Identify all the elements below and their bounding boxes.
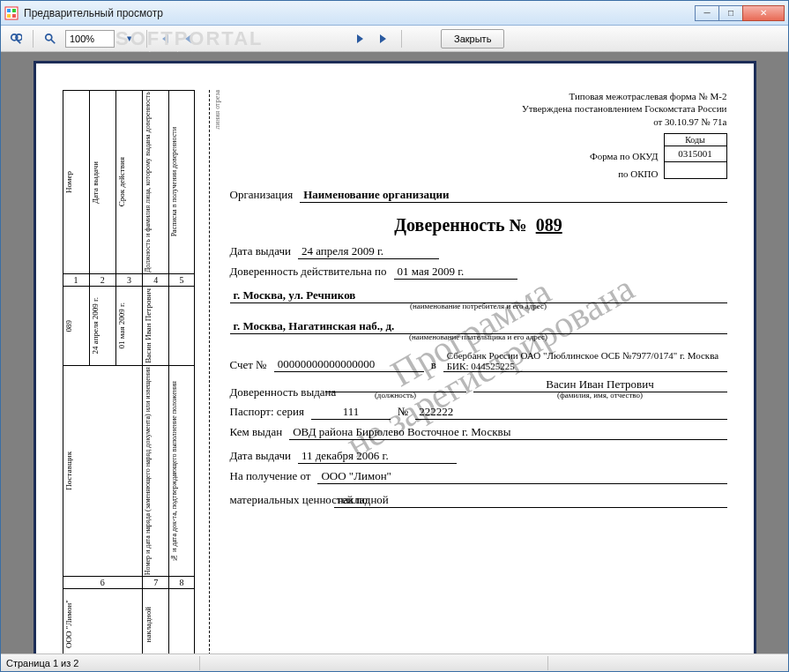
zoom-input[interactable]: 100%: [65, 30, 115, 48]
okpo-value: [665, 162, 726, 178]
receive-from-label: На получение от: [230, 469, 311, 483]
stub-value: ООО "Лимон": [65, 600, 74, 648]
document-page: Программа не зарегистрирована Номер Дата…: [33, 61, 756, 653]
statusbar: Страница 1 из 2: [1, 653, 788, 671]
first-page-button[interactable]: [154, 29, 174, 49]
svg-point-8: [46, 34, 52, 40]
last-page-button[interactable]: [375, 29, 394, 49]
app-icon: [4, 6, 19, 20]
stub-header: Должность и фамилия лица, которому выдан…: [145, 92, 153, 273]
zoom-button[interactable]: [41, 29, 60, 49]
position-note: (должность): [325, 391, 466, 399]
tear-line: линия отреза: [209, 90, 221, 653]
passport-date-label: Дата выдачи: [230, 449, 291, 463]
titlebar: Предварительный просмотр ─ □ ✕: [1, 1, 788, 26]
stub-value: 24 апреля 2009 г.: [92, 297, 100, 355]
stub-colnum: 7: [143, 577, 169, 589]
doc-title: Доверенность № 089: [230, 215, 727, 235]
find-button[interactable]: [6, 29, 26, 49]
passport-date-value: 11 декабря 2006 г.: [298, 449, 457, 464]
stub-header: Расписка в получении доверенности: [171, 127, 179, 236]
issue-date-value: 24 апреля 2009 г.: [298, 244, 439, 259]
passport-series: 111: [311, 405, 391, 420]
window-title: Предварительный просмотр: [24, 7, 696, 19]
title-text: Доверенность №: [394, 215, 526, 235]
okpo-label: по ОКПО: [590, 165, 658, 183]
stub-header: Дата выдачи: [92, 161, 100, 204]
values-doc: накладной: [334, 493, 727, 508]
prev-page-button[interactable]: [179, 29, 198, 49]
valid-until-value: 01 мая 2009 г.: [394, 265, 517, 280]
stub-value: Васин Иван Петрович: [145, 288, 153, 363]
svg-rect-4: [12, 14, 16, 18]
main-section: Типовая межотраслевая форма № М-2 Утверж…: [230, 90, 727, 653]
name-note: (фамилия, имя, отчество): [473, 391, 727, 399]
separator: [146, 30, 147, 48]
okud-label: Форма по ОКУД: [590, 147, 658, 165]
separator: [401, 30, 402, 48]
stub-header: Номер и дата наряда (заменяющего наряд д…: [145, 367, 153, 575]
codes-block: Форма по ОКУД по ОКПО Коды 0315001: [230, 133, 727, 183]
tear-label: линия отреза: [213, 90, 221, 129]
stub-colnum: 5: [169, 274, 194, 287]
payer-note: (наименование плательщика и его адрес): [230, 332, 727, 341]
stub-colnum: 1: [63, 274, 89, 287]
form-header-line: от 30.10.97 № 71а: [230, 116, 727, 128]
okud-value: 0315001: [665, 146, 726, 162]
values-label: материальных ценностей по: [230, 493, 327, 507]
stub-header: Срок действия: [118, 157, 127, 206]
form-header: Типовая межотраслевая форма № М-2 Утверж…: [230, 90, 727, 128]
stub-colnum: 4: [143, 274, 169, 287]
svg-rect-1: [7, 9, 11, 12]
minimize-button[interactable]: ─: [695, 5, 719, 21]
next-page-button[interactable]: [350, 29, 369, 49]
in-label: в: [431, 358, 436, 372]
stub-table: Номер Дата выдачи Срок действия Должност…: [63, 90, 195, 653]
issued-by-value: ОВД района Бирюлево Восточное г. Москвы: [289, 425, 726, 440]
zoom-dropdown[interactable]: ▾: [120, 29, 139, 49]
svg-rect-3: [7, 14, 11, 18]
title-number: 089: [536, 215, 562, 235]
stub-header: Номер: [65, 171, 74, 193]
close-window-button[interactable]: ✕: [742, 5, 785, 21]
consumer-note: (наименование потребителя и его адрес): [230, 302, 727, 310]
preview-window: Предварительный просмотр ─ □ ✕ 100% ▾ За…: [0, 0, 789, 672]
org-value: Наименование организации: [300, 188, 726, 203]
form-header-line: Утверждена постановлением Госкомстата Ро…: [230, 102, 727, 115]
page-indicator: Страница 1 из 2: [6, 656, 200, 670]
status-spacer: [205, 656, 548, 670]
svg-rect-2: [12, 9, 16, 12]
document-viewport[interactable]: Программа не зарегистрирована Номер Дата…: [1, 52, 788, 653]
toolbar: 100% ▾ Закрыть: [1, 26, 788, 52]
svg-line-9: [51, 39, 55, 42]
account-label: Счет №: [230, 358, 267, 372]
valid-until-label: Доверенность действительна по: [230, 265, 387, 279]
stub-header: Поставщик: [65, 452, 74, 490]
bank-value: Сбербанк России ОАО "Люблинское ОСБ №797…: [443, 350, 727, 372]
passport-number: 222222: [415, 405, 726, 420]
stub-colnum: 2: [89, 274, 115, 287]
stub-colnum: 8: [169, 577, 194, 589]
issue-date-label: Дата выдачи: [230, 244, 291, 258]
stub-value: 01 мая 2009 г.: [118, 302, 127, 348]
passport-label: Паспорт: серия: [230, 405, 304, 419]
maximize-button[interactable]: □: [718, 5, 743, 21]
passport-num-label: №: [398, 405, 408, 419]
codes-caption: Коды: [665, 134, 726, 146]
issued-to-label: Доверенность выдана: [230, 385, 318, 399]
issued-by-label: Кем выдан: [230, 425, 283, 439]
stub-section: Номер Дата выдачи Срок действия Должност…: [63, 90, 195, 653]
close-button[interactable]: Закрыть: [441, 29, 504, 49]
form-header-line: Типовая межотраслевая форма № М-2: [230, 90, 727, 102]
account-value: 00000000000000000: [274, 357, 424, 372]
stub-colnum: 3: [115, 274, 142, 287]
receive-from-value: ООО "Лимон": [317, 469, 726, 484]
org-label: Организация: [230, 188, 294, 202]
window-buttons: ─ □ ✕: [696, 5, 785, 21]
stub-header: № и дата док-та, подтверждающего выполне…: [171, 381, 179, 562]
separator: [33, 30, 33, 48]
stub-value: накладной: [145, 607, 153, 642]
status-spacer2: [554, 656, 783, 670]
stub-value: 089: [65, 320, 74, 332]
stub-colnum: 6: [63, 577, 143, 589]
